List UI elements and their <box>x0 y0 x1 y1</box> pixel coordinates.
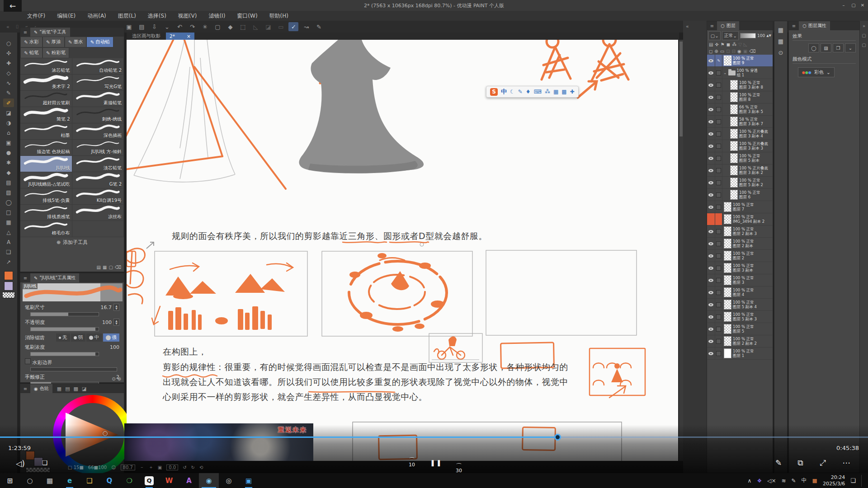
menu-item-视图(V)[interactable]: 视图(V) <box>178 12 197 20</box>
layer-checkbox[interactable] <box>715 140 722 152</box>
brush-tab-墨水[interactable]: ✎墨水 <box>65 37 87 47</box>
ime-lang-toggle[interactable]: 中 <box>501 88 507 96</box>
merge-icon[interactable]: ⊟ <box>732 49 736 54</box>
prop-subtool-icon[interactable]: ▢ <box>108 265 113 270</box>
layer-visibility-toggle[interactable] <box>707 262 715 274</box>
brush-item[interactable]: 自动铅笔 2 <box>72 58 124 75</box>
cam-app-icon[interactable]: ◎ <box>219 473 239 488</box>
palette-icon[interactable]: ▩ <box>74 386 78 392</box>
shrink-button[interactable]: ⤢ <box>816 458 829 467</box>
pen-tray-icon[interactable]: ✎ <box>792 478 796 484</box>
delete-subtool-icon[interactable]: ⌫ <box>115 265 121 270</box>
layer-checkbox[interactable] <box>715 311 722 323</box>
tray-app-icon[interactable]: ■ <box>812 478 817 484</box>
antialias-option-无[interactable]: 无 <box>56 333 70 342</box>
menu-item-帮助(H)[interactable]: 帮助(H) <box>269 12 288 20</box>
menu-item-选择(S)[interactable]: 选择(S) <box>148 12 166 20</box>
layer-visibility-toggle[interactable] <box>707 213 715 225</box>
layer-visibility-toggle[interactable] <box>707 274 715 286</box>
a-app-icon[interactable]: A <box>179 473 199 488</box>
panel-menu-icon[interactable]: ≡ <box>789 23 799 28</box>
wechat-icon[interactable]: ❍ <box>119 473 139 488</box>
brush-item[interactable]: JUJU线赠品-△笔试吃 <box>20 172 72 188</box>
qq-browser-icon[interactable]: Q <box>99 473 119 488</box>
search-button[interactable]: ○ <box>20 473 40 488</box>
layer-row[interactable]: ⌄100 % 穿透组 1 <box>707 67 773 79</box>
layer-checkbox[interactable] <box>715 323 722 335</box>
brush-panel-tab[interactable]: ✎"画笔"子工具 <box>30 28 70 37</box>
lock-alpha-icon[interactable]: ⁂ <box>732 42 736 47</box>
snap-2-icon[interactable]: ◪ <box>263 22 273 31</box>
layer-row[interactable]: 100 % 正常图层 2 副本 3 <box>707 225 773 238</box>
slider-track[interactable] <box>30 352 99 356</box>
tab-close-icon[interactable]: × <box>187 33 191 39</box>
brush-tab-粉彩笔[interactable]: ✎粉彩笔 <box>42 47 69 58</box>
video-progress-bar[interactable] <box>0 436 868 438</box>
opacity-stepper[interactable]: ▲▼ <box>766 34 771 38</box>
layer-visibility-toggle[interactable] <box>707 189 715 201</box>
border-effect-icon[interactable]: ◯ <box>808 43 819 52</box>
sogou-logo-icon[interactable]: S <box>490 88 498 96</box>
layer-row[interactable]: 100 % 正常图层 1 <box>707 347 773 360</box>
brush-item[interactable]: 棉毛巾布 <box>20 221 72 237</box>
layer-row[interactable]: 100 % 正常图层 5 副本 4 <box>707 299 773 311</box>
brush-item[interactable]: 写光G笔 <box>72 75 124 91</box>
slider-track[interactable] <box>30 312 99 316</box>
layer-visibility-toggle[interactable] <box>707 311 715 323</box>
volume-icon[interactable]: ◁) <box>14 459 26 468</box>
taskbar-clock[interactable]: 20:24 2025/3/6 <box>823 474 845 487</box>
brush-item[interactable]: G笔 2 <box>72 172 124 188</box>
youdongman-icon[interactable]: ◉ <box>199 473 219 488</box>
panel-menu-icon[interactable]: ≡ <box>20 276 30 281</box>
grid-tool-icon[interactable]: ▦ <box>3 218 14 226</box>
navigator-panel-icon[interactable]: ⊙ <box>778 49 783 56</box>
layer-visibility-toggle[interactable] <box>707 201 715 213</box>
layer-row[interactable]: 58 % 正常图层 3 副本 7 <box>707 116 773 128</box>
security-shield-icon[interactable]: ❖ <box>757 478 762 484</box>
danmaku-icon[interactable]: ❏ <box>39 459 51 466</box>
brush-item[interactable]: 美术字 2 <box>20 75 72 91</box>
fill-icon[interactable]: ◆ <box>225 22 235 31</box>
layer-property-tab[interactable]: ⬡图层属性 <box>799 21 830 30</box>
layer-row[interactable]: 100 % 正常图层 8 <box>707 91 773 103</box>
dock-collapse-left-icon[interactable]: « <box>686 23 689 29</box>
brush-item[interactable]: 深色插画 <box>72 123 124 140</box>
task-view-button[interactable]: ▦ <box>40 473 60 488</box>
zoom-tool-icon[interactable]: ○ <box>3 39 14 47</box>
layer-visibility-toggle[interactable] <box>707 79 715 91</box>
lock-icon[interactable]: ◼ <box>726 42 730 47</box>
pin-icon[interactable]: ⚑ <box>721 42 725 47</box>
liquify-tool-icon[interactable]: ● <box>3 148 14 157</box>
brush-tab-水彩[interactable]: ✎水彩 <box>20 37 42 47</box>
messenger-icon[interactable]: ▣ <box>239 473 259 488</box>
back-button[interactable]: ← <box>4 0 22 12</box>
layer-visibility-toggle[interactable] <box>707 335 715 347</box>
layer-visibility-toggle[interactable] <box>707 128 715 140</box>
antialias-option-弱[interactable]: 弱 <box>71 333 86 342</box>
layer-row[interactable]: ✎100 % 正常图层 9 <box>707 55 773 67</box>
menu-item-文件(F)[interactable]: 文件(F) <box>27 12 45 20</box>
move-tool-icon[interactable]: ✚ <box>3 59 14 67</box>
layer-checkbox[interactable] <box>715 274 722 286</box>
open-file-icon[interactable]: ▤ <box>137 22 146 31</box>
miniplayer-button[interactable]: ⧉ <box>794 458 807 467</box>
brush-item[interactable]: 淡芯铅笔 <box>72 156 124 172</box>
brush-item[interactable]: 刺绣-绣线 <box>72 107 124 123</box>
blend-tool-icon[interactable]: ◑ <box>3 118 14 127</box>
snap-1-icon[interactable]: ◺ <box>250 22 260 31</box>
new-layer2-icon[interactable]: ⊕ <box>714 49 718 54</box>
brush-item[interactable]: 排线质感笔 <box>20 205 72 221</box>
ime-skin-icon[interactable]: ▦ <box>553 89 558 95</box>
redo-icon[interactable]: ↷ <box>187 22 197 31</box>
pen-tool-icon[interactable]: ✎ <box>3 89 14 97</box>
brush-tab-厚涂[interactable]: ✎厚涂 <box>42 37 65 47</box>
menu-item-图层(L)[interactable]: 图层(L) <box>118 12 136 20</box>
balloon-tool-icon[interactable]: ❏ <box>3 248 14 256</box>
qq-icon[interactable]: Q <box>139 473 159 488</box>
brush-item[interactable]: 浓芯铅笔 <box>20 58 72 75</box>
layers-tab[interactable]: ⬡图层 <box>717 21 739 30</box>
toolstrip-transparent-swatch[interactable] <box>2 292 15 298</box>
layer-visibility-toggle[interactable] <box>707 116 715 127</box>
layer-row[interactable]: 100 % 正常图层 5 副本 <box>707 152 773 164</box>
rect-tool-icon[interactable]: □ <box>3 208 14 216</box>
